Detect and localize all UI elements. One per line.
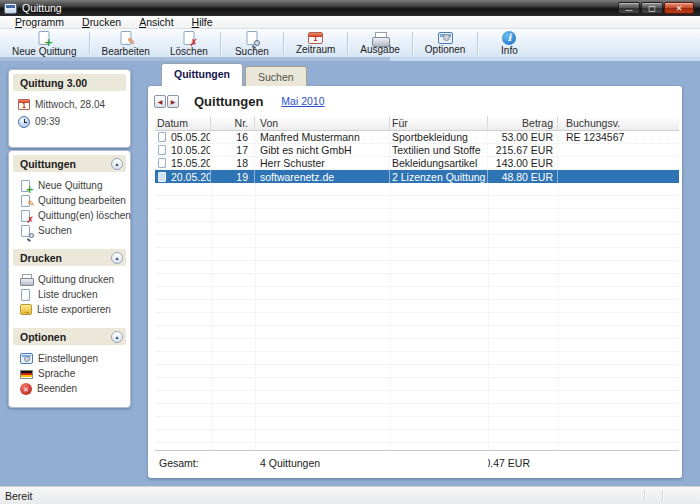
total-amount: 460.47 EUR [488, 451, 558, 474]
calendar-icon [308, 32, 323, 44]
document-search-icon [242, 31, 262, 46]
cell-datum: 20.05.2010 [171, 171, 211, 183]
table-footer: Gesamt: 4 Quittungen 460.47 EUR [155, 450, 679, 474]
toolbar-separator [477, 32, 478, 55]
grid-line [390, 183, 391, 450]
output-button[interactable]: Ausgabe [350, 30, 409, 57]
sidebar-item-suchen[interactable]: Suchen [9, 223, 130, 238]
main-panel: Quittungen Mai 2010 Datum Nr. Von Für Be… [148, 86, 682, 478]
cell-nr: 16 [211, 131, 255, 144]
sidebar-item-beenden[interactable]: Beenden [9, 381, 130, 396]
table-row[interactable]: 05.05.2010 16 Manfred Mustermann Sportbe… [155, 131, 679, 144]
status-divider [662, 490, 663, 501]
cell-von: Herr Schuster [255, 157, 390, 170]
new-receipt-button[interactable]: + Neue Quittung [2, 30, 87, 57]
status-text: Bereit [5, 490, 32, 502]
column-header-buchungsv[interactable]: Buchungsv. [558, 116, 679, 131]
collapse-button[interactable] [111, 252, 123, 264]
document-icon [20, 289, 33, 301]
menu-hilfe[interactable]: Hilfe [183, 16, 222, 28]
menu-bar: Programm Drucken Ansicht Hilfe [0, 16, 700, 29]
search-button[interactable]: Suchen [223, 30, 281, 57]
sidebar-item-sprache[interactable]: Sprache [9, 366, 130, 381]
section-optionen-header: Optionen [13, 328, 126, 345]
maximize-button[interactable] [641, 2, 663, 14]
sidebar-item-quittungen-loeschen[interactable]: ✗ Quittung(en) löschen [9, 208, 130, 223]
current-time: 09:39 [9, 113, 130, 130]
app-version-label: Quittung 3.00 [20, 77, 123, 89]
export-icon [20, 304, 32, 315]
cell-buchungsv [558, 170, 679, 183]
menu-ansicht[interactable]: Ansicht [130, 16, 182, 28]
column-header-datum[interactable]: Datum [155, 116, 211, 131]
collapse-button[interactable] [111, 158, 123, 170]
cell-betrag: 215.67 EUR [488, 144, 558, 157]
cell-buchungsv [558, 157, 679, 170]
client-area: Quittung 3.00 Mittwoch, 28.04 09:39 Quit… [0, 61, 700, 486]
cell-datum: 15.05.2010 [171, 157, 211, 169]
receipt-icon [157, 145, 168, 155]
close-button[interactable] [664, 2, 694, 14]
cell-datum: 10.05.2010 [171, 144, 211, 156]
cell-von: Manfred Mustermann [255, 131, 390, 144]
cell-betrag: 53.00 EUR [488, 131, 558, 144]
period-link[interactable]: Mai 2010 [281, 95, 324, 107]
app-icon [4, 3, 17, 14]
grid-line [488, 183, 489, 450]
cell-buchungsv: RE 1234567 [558, 131, 679, 144]
total-label: Gesamt: [155, 451, 211, 474]
previous-month-button[interactable] [154, 95, 166, 108]
cell-buchungsv [558, 144, 679, 157]
cell-von: softwarenetz.de [255, 170, 390, 183]
german-flag-icon [20, 370, 33, 379]
period-button[interactable]: Zeitraum [286, 30, 345, 57]
app-window: Quittung Programm Drucken Ansicht Hilfe … [0, 0, 700, 504]
delete-button[interactable]: ✗ Löschen [160, 30, 218, 57]
sidebar-nav-box: Quittungen + Neue Quittung ✎ Quittung be… [8, 150, 131, 408]
collapse-button[interactable] [111, 331, 123, 343]
sidebar-item-einstellungen[interactable]: Einstellungen [9, 351, 130, 366]
edit-button[interactable]: ✎ Bearbeiten [92, 30, 160, 57]
column-header-von[interactable]: Von [255, 116, 390, 131]
menu-drucken[interactable]: Drucken [73, 16, 130, 28]
tab-quittungen[interactable]: Quittungen [161, 63, 243, 86]
total-count: 4 Quittungen [255, 451, 390, 474]
section-drucken-header: Drucken [13, 249, 126, 266]
title-bar: Quittung [0, 0, 700, 16]
cell-datum: 05.05.2010 [171, 131, 211, 143]
sidebar-item-quittung-drucken[interactable]: Quittung drucken [9, 272, 130, 287]
table-row[interactable]: 15.05.2010 18 Herr Schuster Bekleidungsa… [155, 157, 679, 170]
receipt-table: Datum Nr. Von Für Betrag Buchungsv. 05.0… [155, 116, 679, 474]
cell-von: Gibt es nicht GmbH [255, 144, 390, 157]
info-button[interactable]: Info [480, 30, 538, 57]
page-title: Quittungen [194, 94, 263, 109]
table-empty-area [155, 183, 679, 450]
receipt-icon [157, 132, 168, 142]
tab-strip: Quittungen Suchen [161, 62, 307, 86]
document-edit-icon: ✎ [116, 31, 136, 46]
sidebar-item-neue-quittung[interactable]: + Neue Quittung [9, 178, 130, 193]
table-row[interactable]: 10.05.2010 17 Gibt es nicht GmbH Textili… [155, 144, 679, 157]
cell-nr: 17 [211, 144, 255, 157]
column-header-nr[interactable]: Nr. [211, 116, 255, 131]
grid-line [211, 183, 212, 450]
printer-icon [20, 274, 33, 286]
minimize-button[interactable] [618, 2, 640, 14]
window-title: Quittung [22, 2, 613, 14]
tab-suchen[interactable]: Suchen [245, 66, 307, 86]
calendar-icon [18, 99, 30, 110]
cell-betrag: 48.80 EUR [488, 170, 558, 183]
table-row-selected[interactable]: 20.05.2010 19 softwarenetz.de 2 Lizenzen… [155, 170, 679, 183]
settings-icon [20, 353, 33, 364]
next-month-button[interactable] [167, 95, 179, 108]
column-header-betrag[interactable]: Betrag [488, 116, 558, 131]
options-button[interactable]: Optionen [415, 30, 476, 57]
menu-programm[interactable]: Programm [6, 16, 73, 28]
document-plus-icon: + [20, 180, 33, 192]
document-plus-icon: + [34, 31, 54, 46]
sidebar-item-liste-exportieren[interactable]: Liste exportieren [9, 302, 130, 317]
sidebar-item-liste-drucken[interactable]: Liste drucken [9, 287, 130, 302]
column-header-fuer[interactable]: Für [390, 116, 488, 131]
cell-fuer: Sportbekleidung [390, 131, 488, 144]
sidebar-item-quittung-bearbeiten[interactable]: ✎ Quittung bearbeiten [9, 193, 130, 208]
